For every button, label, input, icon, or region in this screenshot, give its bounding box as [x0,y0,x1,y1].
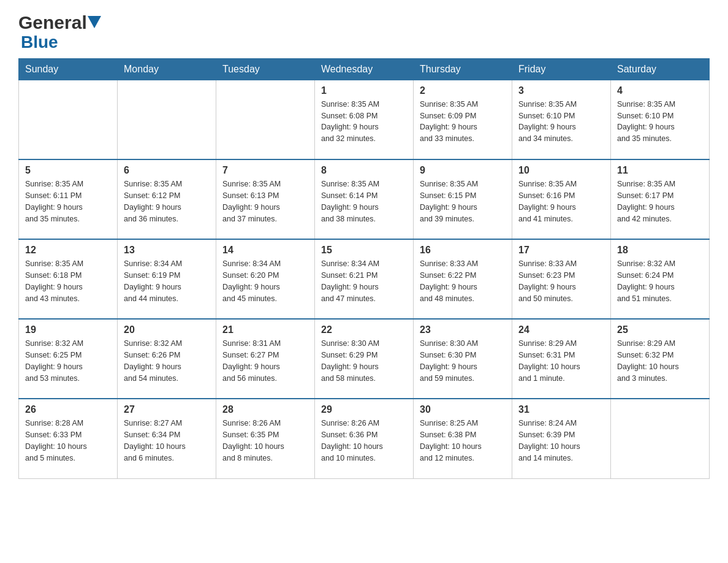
week-row-3: 12Sunrise: 8:35 AM Sunset: 6:18 PM Dayli… [19,239,710,319]
day-number: 24 [518,324,604,335]
calendar-cell: 11Sunrise: 8:35 AM Sunset: 6:17 PM Dayli… [611,159,710,239]
day-info: Sunrise: 8:32 AM Sunset: 6:24 PM Dayligh… [617,258,703,304]
day-info: Sunrise: 8:30 AM Sunset: 6:30 PM Dayligh… [420,338,506,384]
calendar-cell: 12Sunrise: 8:35 AM Sunset: 6:18 PM Dayli… [19,239,118,319]
calendar-cell: 31Sunrise: 8:24 AM Sunset: 6:39 PM Dayli… [512,399,611,478]
calendar-cell: 23Sunrise: 8:30 AM Sunset: 6:30 PM Dayli… [414,319,512,399]
day-header-friday: Friday [512,58,611,80]
calendar-cell: 9Sunrise: 8:35 AM Sunset: 6:15 PM Daylig… [414,159,512,239]
day-number: 28 [222,404,308,415]
day-number: 20 [124,324,210,335]
day-info: Sunrise: 8:28 AM Sunset: 6:33 PM Dayligh… [25,418,111,464]
calendar-table: SundayMondayTuesdayWednesdayThursdayFrid… [18,58,710,479]
day-number: 26 [25,404,111,415]
day-info: Sunrise: 8:31 AM Sunset: 6:27 PM Dayligh… [222,338,308,384]
day-header-saturday: Saturday [611,58,710,80]
day-info: Sunrise: 8:35 AM Sunset: 6:18 PM Dayligh… [25,258,111,304]
day-info: Sunrise: 8:29 AM Sunset: 6:32 PM Dayligh… [617,338,703,384]
calendar-header-row: SundayMondayTuesdayWednesdayThursdayFrid… [19,58,710,80]
day-info: Sunrise: 8:34 AM Sunset: 6:21 PM Dayligh… [321,258,407,304]
calendar-cell: 27Sunrise: 8:27 AM Sunset: 6:34 PM Dayli… [118,399,216,478]
day-header-monday: Monday [118,58,216,80]
calendar-cell: 30Sunrise: 8:25 AM Sunset: 6:38 PM Dayli… [414,399,512,478]
week-row-4: 19Sunrise: 8:32 AM Sunset: 6:25 PM Dayli… [19,319,710,399]
day-number: 10 [518,165,604,176]
day-info: Sunrise: 8:25 AM Sunset: 6:38 PM Dayligh… [420,418,506,464]
calendar-cell [611,399,710,478]
day-number: 6 [124,165,210,176]
day-number: 7 [222,165,308,176]
day-number: 22 [321,324,407,335]
calendar-cell: 7Sunrise: 8:35 AM Sunset: 6:13 PM Daylig… [216,159,315,239]
calendar-cell: 21Sunrise: 8:31 AM Sunset: 6:27 PM Dayli… [216,319,315,399]
day-number: 27 [124,404,210,415]
day-number: 18 [617,245,703,256]
day-info: Sunrise: 8:35 AM Sunset: 6:10 PM Dayligh… [518,99,604,145]
day-number: 13 [124,245,210,256]
day-info: Sunrise: 8:34 AM Sunset: 6:19 PM Dayligh… [124,258,210,304]
day-info: Sunrise: 8:35 AM Sunset: 6:13 PM Dayligh… [222,178,308,224]
week-row-5: 26Sunrise: 8:28 AM Sunset: 6:33 PM Dayli… [19,399,710,478]
day-header-sunday: Sunday [19,58,118,80]
day-info: Sunrise: 8:35 AM Sunset: 6:10 PM Dayligh… [617,99,703,145]
day-number: 12 [25,245,111,256]
calendar-cell: 2Sunrise: 8:35 AM Sunset: 6:09 PM Daylig… [414,80,512,159]
calendar-cell: 6Sunrise: 8:35 AM Sunset: 6:12 PM Daylig… [118,159,216,239]
calendar-cell: 15Sunrise: 8:34 AM Sunset: 6:21 PM Dayli… [315,239,414,319]
calendar-cell: 18Sunrise: 8:32 AM Sunset: 6:24 PM Dayli… [611,239,710,319]
logo-blue-text: Blue [21,33,58,52]
day-info: Sunrise: 8:33 AM Sunset: 6:23 PM Dayligh… [518,258,604,304]
day-number: 11 [617,165,703,176]
day-number: 23 [420,324,506,335]
svg-marker-0 [88,16,101,28]
calendar-cell: 17Sunrise: 8:33 AM Sunset: 6:23 PM Dayli… [512,239,611,319]
day-info: Sunrise: 8:35 AM Sunset: 6:12 PM Dayligh… [124,178,210,224]
day-number: 14 [222,245,308,256]
calendar-cell: 1Sunrise: 8:35 AM Sunset: 6:08 PM Daylig… [315,80,414,159]
calendar-cell [19,80,118,159]
day-info: Sunrise: 8:35 AM Sunset: 6:14 PM Dayligh… [321,178,407,224]
day-info: Sunrise: 8:29 AM Sunset: 6:31 PM Dayligh… [518,338,604,384]
day-header-tuesday: Tuesday [216,58,315,80]
day-number: 2 [420,85,506,96]
calendar-cell [118,80,216,159]
day-info: Sunrise: 8:35 AM Sunset: 6:08 PM Dayligh… [321,99,407,145]
logo-triangle-icon [88,16,101,29]
calendar-cell: 22Sunrise: 8:30 AM Sunset: 6:29 PM Dayli… [315,319,414,399]
calendar-cell: 19Sunrise: 8:32 AM Sunset: 6:25 PM Dayli… [19,319,118,399]
day-info: Sunrise: 8:35 AM Sunset: 6:15 PM Dayligh… [420,178,506,224]
calendar-cell: 16Sunrise: 8:33 AM Sunset: 6:22 PM Dayli… [414,239,512,319]
day-number: 3 [518,85,604,96]
week-row-2: 5Sunrise: 8:35 AM Sunset: 6:11 PM Daylig… [19,159,710,239]
day-info: Sunrise: 8:33 AM Sunset: 6:22 PM Dayligh… [420,258,506,304]
week-row-1: 1Sunrise: 8:35 AM Sunset: 6:08 PM Daylig… [19,80,710,159]
day-info: Sunrise: 8:34 AM Sunset: 6:20 PM Dayligh… [222,258,308,304]
day-info: Sunrise: 8:26 AM Sunset: 6:35 PM Dayligh… [222,418,308,464]
day-number: 1 [321,85,407,96]
day-number: 9 [420,165,506,176]
day-info: Sunrise: 8:26 AM Sunset: 6:36 PM Dayligh… [321,418,407,464]
day-header-thursday: Thursday [414,58,512,80]
day-number: 5 [25,165,111,176]
calendar-cell [216,80,315,159]
calendar-cell: 13Sunrise: 8:34 AM Sunset: 6:19 PM Dayli… [118,239,216,319]
calendar-cell: 24Sunrise: 8:29 AM Sunset: 6:31 PM Dayli… [512,319,611,399]
calendar-cell: 3Sunrise: 8:35 AM Sunset: 6:10 PM Daylig… [512,80,611,159]
day-number: 30 [420,404,506,415]
calendar-cell: 8Sunrise: 8:35 AM Sunset: 6:14 PM Daylig… [315,159,414,239]
day-info: Sunrise: 8:35 AM Sunset: 6:17 PM Dayligh… [617,178,703,224]
calendar-cell: 25Sunrise: 8:29 AM Sunset: 6:32 PM Dayli… [611,319,710,399]
logo: General Blue [18,12,102,52]
day-number: 31 [518,404,604,415]
day-info: Sunrise: 8:27 AM Sunset: 6:34 PM Dayligh… [124,418,210,464]
logo-general-text: General [18,12,87,33]
calendar-cell: 14Sunrise: 8:34 AM Sunset: 6:20 PM Dayli… [216,239,315,319]
day-header-wednesday: Wednesday [315,58,414,80]
day-number: 15 [321,245,407,256]
page-header: General Blue [18,12,710,52]
day-number: 17 [518,245,604,256]
day-info: Sunrise: 8:32 AM Sunset: 6:26 PM Dayligh… [124,338,210,384]
day-number: 16 [420,245,506,256]
calendar-cell: 29Sunrise: 8:26 AM Sunset: 6:36 PM Dayli… [315,399,414,478]
day-number: 29 [321,404,407,415]
